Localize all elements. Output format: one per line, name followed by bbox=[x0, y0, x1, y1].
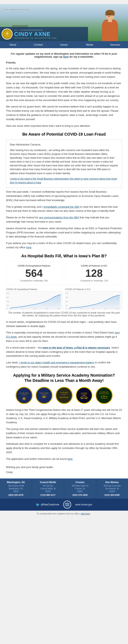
body-para-2: Now, as we near the eighth month of this… bbox=[6, 81, 122, 102]
office-dc-phone[interactable]: (202) 225-5476 bbox=[2, 494, 30, 496]
logo-merchant-marine: U.S. MERCHANT MARINE ACADEMY bbox=[96, 387, 113, 404]
sba-contact-link[interactable]: immediately contacted the SBA bbox=[43, 205, 79, 208]
svg-text:MARINE ACADEMY: MARINE ACADEMY bbox=[99, 393, 109, 394]
nav-media[interactable]: Media bbox=[77, 41, 102, 48]
section2-p1: In recent weeks, hospitalizations for CO… bbox=[6, 320, 122, 328]
chart2-title: COVID-19 Patients in ICU bbox=[65, 288, 122, 290]
greeting: Friends, bbox=[6, 61, 122, 64]
svg-text:Jun: Jun bbox=[21, 308, 23, 309]
svg-text:ANNAPOLIS: ANNAPOLIS bbox=[81, 397, 87, 398]
section2-p3: It's a worst-case scenario – but even in… bbox=[6, 346, 122, 358]
svg-text:COAST GUARD: COAST GUARD bbox=[39, 392, 48, 394]
svg-marker-11 bbox=[10, 294, 61, 309]
office-creston-city: Creston bbox=[66, 481, 94, 484]
office-dm-addr2: Des Moines, IA bbox=[98, 487, 126, 490]
nav-services[interactable]: Services bbox=[102, 41, 128, 48]
application-link[interactable]: here bbox=[67, 458, 72, 460]
name-display: CINDY AXNE bbox=[14, 31, 57, 37]
plan-b-link[interactable]: even in the best of times, a Plan B is a… bbox=[42, 346, 110, 349]
cindy-logo-badge: CINDYAXNE bbox=[63, 500, 71, 508]
office-council-bluffs: Council Bluffs 501 5th Ave Council Bluff… bbox=[32, 478, 64, 498]
letter-link[interactable]: I wrote to the head of the Small Busines… bbox=[10, 177, 118, 184]
office-washington: Washington, DC 330 Cannon HOB Washington… bbox=[0, 478, 32, 498]
office-cb-city: Council Bluffs bbox=[34, 481, 62, 484]
svg-text:200: 200 bbox=[7, 305, 9, 306]
office-cb-phone[interactable]: (712) 890-3117 bbox=[34, 494, 62, 496]
nav-contact[interactable]: Contact bbox=[26, 41, 51, 48]
office-cb-addr3: 51503 bbox=[34, 490, 62, 493]
svg-text:ACADEMY: ACADEMY bbox=[41, 394, 47, 395]
office-des-moines: Des Moines 400 East Court Ave Des Moines… bbox=[96, 478, 128, 498]
svg-text:Apr: Apr bbox=[68, 308, 70, 309]
svg-text:WOMAN: WOMAN bbox=[6, 35, 8, 36]
office-creston-phone[interactable]: (641) 278-1828 bbox=[66, 494, 94, 496]
letter-salutation: Dear Administrator Carranza, bbox=[10, 143, 118, 147]
office-contact-link[interactable]: here bbox=[26, 246, 31, 249]
section3-title2: The Deadline is Less Than a Month Away! bbox=[6, 378, 122, 383]
stats-row: COVID-19 Hospitalized Patients 564 Compa… bbox=[6, 261, 122, 285]
signup-link[interactable]: here bbox=[63, 55, 68, 58]
svg-text:ACADEMY: ACADEMY bbox=[81, 394, 87, 395]
svg-point-41 bbox=[77, 388, 91, 402]
body-para-1: In the early days of this pandemic this … bbox=[6, 66, 122, 79]
logo-coast-guard: COAST GUARD ACADEMY bbox=[36, 387, 53, 404]
hero-section: AN UPDATE FROM U.S. CONGRESS WOMAN U.S. … bbox=[0, 4, 128, 41]
office-dm-addr3: 50309 bbox=[98, 490, 126, 493]
unsubscribe-period: . bbox=[91, 512, 91, 515]
chart-icu: COVID-19 Patients in ICU 220 160 100 50 … bbox=[65, 288, 122, 309]
nav-issues[interactable]: Issues bbox=[51, 41, 77, 48]
letter-box: Dear Administrator Carranza, After heari… bbox=[6, 140, 122, 188]
svg-text:0: 0 bbox=[65, 308, 66, 309]
nav-about[interactable]: About bbox=[0, 41, 26, 48]
footer-social: 🐦 @RepCindyAxne CINDYAXNE axne.house.gov bbox=[0, 498, 128, 510]
svg-text:50: 50 bbox=[65, 305, 67, 306]
section3-title1: Applying for a Military Service Academy … bbox=[6, 373, 122, 378]
svg-text:400: 400 bbox=[7, 301, 9, 302]
twitter-social[interactable]: 🐦 @RepCindyAxne bbox=[36, 503, 59, 506]
office-dm-phone[interactable]: (515) 400-8180 bbox=[98, 494, 126, 496]
logo-naval: U.S. NAVAL ACADEMY ANNAPOLIS bbox=[76, 387, 93, 404]
zero-icu-link[interactable]: zero ICU beds bbox=[6, 331, 120, 338]
chart1-title: COVID-19 Hospitalized Patients bbox=[6, 288, 63, 290]
chart2-area: 220 160 100 50 0 Apr Jun Aug Oct Nov bbox=[65, 291, 122, 309]
sba-comm-link[interactable]: any communications from the SBA bbox=[39, 216, 79, 219]
svg-text:U.S. NAVAL: U.S. NAVAL bbox=[81, 392, 87, 394]
section1-p2: This is greatly concerning, and I immedi… bbox=[6, 205, 122, 213]
body-para-3: We cannot let our guard down. We cannot … bbox=[6, 105, 122, 121]
section2-p4: Last week, I wrote to our state's health… bbox=[6, 360, 122, 369]
office-creston-addr1: 208 West Taylor St bbox=[66, 484, 94, 487]
svg-text:800: 800 bbox=[7, 293, 9, 294]
svg-text:220: 220 bbox=[65, 293, 68, 294]
health-leaders-link[interactable]: I wrote to our state's health and emerge… bbox=[19, 361, 94, 364]
svg-text:Nov: Nov bbox=[117, 308, 119, 309]
section2-p2: This is especially concerning to me beca… bbox=[6, 331, 122, 343]
twitter-icon: 🐦 bbox=[36, 503, 40, 506]
svg-point-32 bbox=[37, 388, 51, 402]
academy-logos: U.S. AIR FORCE ACADEMY COAST GUARD ACADE… bbox=[6, 387, 122, 404]
office-dc-addr3: 20515 bbox=[2, 490, 30, 493]
chart-hospitalized: COVID-19 Hospitalized Patients 800 600 4… bbox=[6, 288, 63, 309]
website-social[interactable]: axne.house.gov bbox=[75, 503, 92, 506]
office-dc-addr2: Washington, DC bbox=[2, 487, 30, 490]
svg-text:Apr: Apr bbox=[9, 308, 11, 309]
svg-text:ACADEMY: ACADEMY bbox=[21, 394, 27, 395]
svg-text:600: 600 bbox=[7, 297, 9, 298]
congresswoman-photo bbox=[98, 6, 122, 41]
office-cb-addr1: 501 5th Ave bbox=[34, 484, 62, 487]
svg-text:160: 160 bbox=[65, 297, 68, 298]
section2-title: As Hospital Beds Fill, What is Iowa's Pl… bbox=[6, 254, 122, 258]
signature: Cindy bbox=[6, 470, 122, 474]
an-update-from-label: AN UPDATE FROM bbox=[4, 8, 29, 10]
svg-text:Jun: Jun bbox=[80, 308, 82, 309]
stat-box-icu: COVID-19 Patients in ICU 128 Compared to… bbox=[66, 261, 122, 285]
section3-p4: The application and further instructions… bbox=[6, 457, 122, 461]
section1-p3: Please be on the lookout for any communi… bbox=[6, 216, 122, 224]
navigation: About Contact Issues Media Services bbox=[0, 41, 128, 48]
svg-text:AT: AT bbox=[63, 395, 64, 396]
svg-text:100: 100 bbox=[65, 301, 68, 302]
twitter-handle: @RepCindyAxne bbox=[41, 503, 59, 506]
charts-row: COVID-19 Hospitalized Patients 800 600 4… bbox=[6, 288, 122, 309]
chart-caption: The number of patients hospitalized in I… bbox=[6, 311, 122, 317]
logo-west-point: U.S. MILITARY ACADEMY AT WEST POINT bbox=[56, 387, 73, 404]
unsubscribe-link[interactable]: click here bbox=[81, 512, 90, 515]
